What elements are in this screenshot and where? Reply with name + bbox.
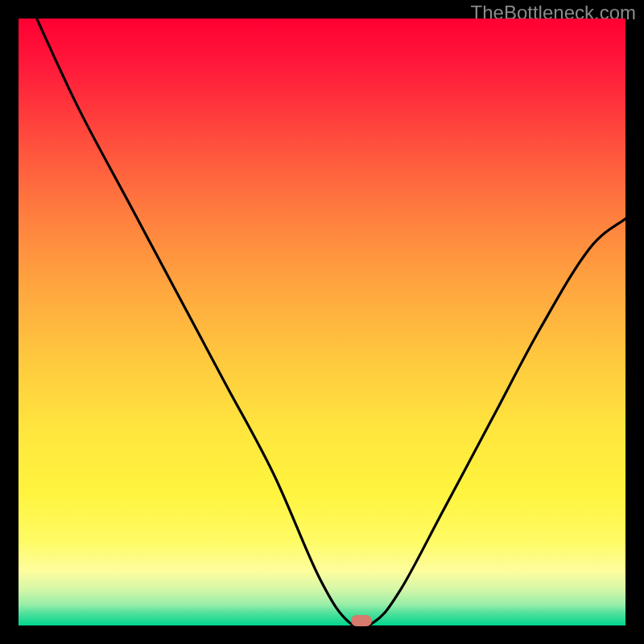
bottleneck-curve [19,19,625,625]
chart-plot-area [19,19,625,625]
optimal-point-marker [351,615,372,626]
